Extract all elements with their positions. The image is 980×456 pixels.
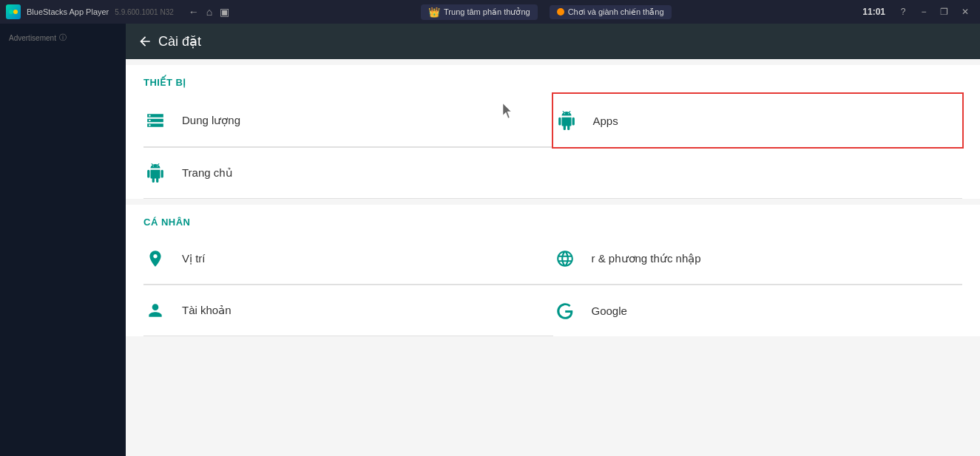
android-area: Cài đặt THIẾT BỊ [126, 24, 980, 456]
close-button[interactable]: ✕ [956, 4, 974, 19]
title-bar-left: BlueStacks App Player 5.9.600.1001 N32 ←… [6, 4, 229, 19]
title-bar-center: 👑 Trung tâm phần thưởng Chơi và giành ch… [421, 4, 671, 20]
orange-dot-icon [557, 8, 564, 16]
trang-chu-label: Trang chủ [182, 166, 233, 180]
dung-luong-label: Dung lượng [182, 114, 240, 127]
vi-tri-label: Vị trí [182, 252, 206, 265]
play-button[interactable]: Chơi và giành chiến thắng [550, 5, 672, 19]
google-icon [553, 299, 577, 323]
play-label: Chơi và giành chiến thắng [568, 7, 664, 17]
ngon-ngu-label: r & phương thức nhập [592, 252, 701, 265]
help-button[interactable]: ? [894, 4, 912, 19]
settings-title: Cài đặt [158, 33, 201, 50]
language-icon [553, 247, 577, 270]
main-area: Advertisement ⓘ Cài đặt THIẾT BỊ [0, 24, 980, 456]
app-title: BlueStacks App Player [27, 7, 109, 16]
home-android-icon [143, 161, 167, 185]
settings-item-google[interactable]: Google [553, 285, 963, 336]
settings-item-dung-luong[interactable]: Dung lượng [143, 94, 553, 147]
apps-android-icon [555, 109, 578, 132]
settings-content: THIẾT BỊ Dung lượng [126, 59, 980, 456]
back-icon[interactable]: ← [189, 6, 199, 18]
settings-item-trang-chu[interactable]: Trang chủ [143, 148, 962, 199]
tai-khoan-label: Tài khoản [182, 304, 232, 317]
windows-icon[interactable]: ▣ [220, 6, 229, 18]
back-arrow-icon[interactable] [138, 34, 152, 49]
reward-label: Trung tâm phần thưởng [444, 7, 530, 17]
settings-grid-ca-nhan: Vị trí r & phương thức nhập [143, 234, 962, 336]
section-header-ca-nhan: CÁ NHÂN [143, 205, 962, 234]
app-version: 5.9.600.1001 N32 [115, 8, 174, 16]
account-icon [143, 299, 167, 322]
minimize-button[interactable]: − [915, 4, 933, 19]
google-label: Google [592, 304, 627, 317]
svg-point-1 [13, 10, 18, 14]
settings-item-apps[interactable]: Apps [552, 92, 964, 149]
time-display: 11:01 [862, 7, 885, 17]
apps-label: Apps [593, 115, 618, 127]
settings-item-tai-khoan[interactable]: Tài khoản [143, 285, 553, 336]
ad-info-icon: ⓘ [59, 33, 67, 43]
storage-icon [143, 109, 167, 132]
title-bar-right: 11:01 ? − ❐ ✕ [862, 4, 974, 19]
ad-label: Advertisement ⓘ [0, 30, 126, 46]
section-header-thiet-bi: THIẾT BỊ [143, 65, 962, 94]
android-topbar: Cài đặt [126, 24, 980, 59]
title-bar: BlueStacks App Player 5.9.600.1001 N32 ←… [0, 0, 980, 24]
app-logo [6, 4, 21, 19]
settings-item-ngon-ngu[interactable]: r & phương thức nhập [553, 234, 963, 285]
svg-point-0 [9, 10, 13, 14]
section-thiet-bi: THIẾT BỊ Dung lượng [126, 65, 980, 199]
settings-grid-thiet-bi: Dung lượng Apps [143, 94, 962, 199]
section-ca-nhan: CÁ NHÂN Vị trí [126, 205, 980, 336]
sidebar: Advertisement ⓘ [0, 24, 126, 456]
location-icon [143, 247, 167, 270]
nav-icons: ← ⌂ ▣ [189, 6, 229, 18]
crown-icon: 👑 [428, 7, 440, 18]
restore-button[interactable]: ❐ [936, 4, 953, 19]
home-icon[interactable]: ⌂ [206, 6, 212, 18]
reward-button[interactable]: 👑 Trung tâm phần thưởng [421, 4, 538, 20]
settings-item-vi-tri[interactable]: Vị trí [143, 234, 553, 285]
